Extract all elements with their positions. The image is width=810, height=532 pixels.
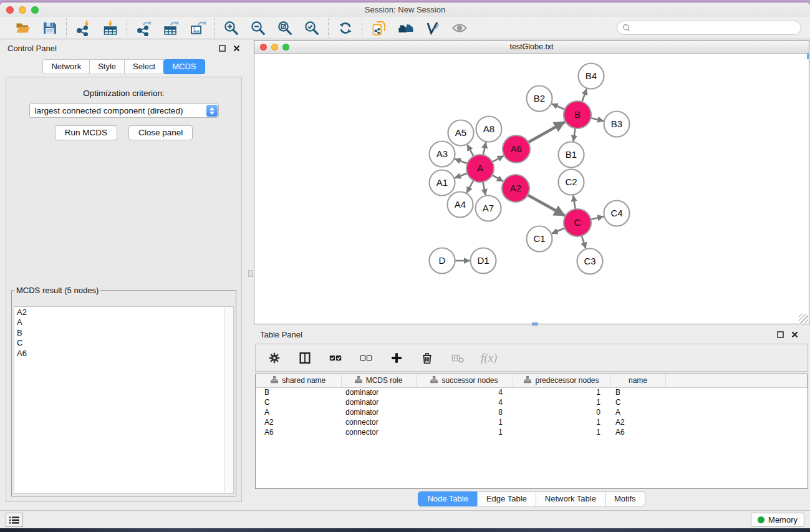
export-image-button[interactable] [189,19,206,36]
table-cell[interactable]: 1 [513,427,610,437]
memory-button[interactable]: Memory [751,513,804,527]
optimization-dropdown[interactable]: largest connected component (directed) [29,104,219,118]
table-cell[interactable]: 4 [416,397,513,407]
table-cell[interactable]: connector [341,417,416,427]
graph-node-A4[interactable]: A4 [448,192,473,218]
task-history-button[interactable] [6,513,23,527]
graph-node-B3[interactable]: B3 [604,112,630,137]
tab-network-table[interactable]: Network Table [536,491,605,506]
close-network-button[interactable] [260,44,267,51]
close-table-panel-button[interactable] [791,331,798,338]
tab-network[interactable]: Network [42,59,90,74]
tab-edge-table[interactable]: Edge Table [477,491,536,506]
table-cell[interactable]: A2 [610,417,665,427]
table-cell[interactable]: A6 [610,427,665,437]
graph-node-B4[interactable]: B4 [579,64,604,89]
table-cell[interactable]: C [610,397,665,407]
export-table-button[interactable] [162,19,179,36]
search-input[interactable] [631,24,796,32]
table-row[interactable]: A6connector11A6 [256,427,808,437]
zoom-in-button[interactable] [223,19,239,36]
frame-handle-bottom[interactable] [532,322,538,326]
close-window-button[interactable] [6,6,14,14]
zoom-window-button[interactable] [31,6,39,14]
tab-node-table[interactable]: Node Table [418,491,478,506]
table-cell[interactable]: 1 [416,427,513,437]
table-cell[interactable]: C [256,397,341,407]
graph-node-C[interactable]: C [564,209,591,236]
table-cell[interactable]: 1 [416,417,513,427]
delete-columns-button[interactable] [420,351,435,365]
graph-node-A7[interactable]: A7 [476,196,501,221]
mcds-result-item[interactable]: C [17,338,222,348]
tab-motifs[interactable]: Motifs [605,491,645,506]
table-cell[interactable]: A [610,407,665,417]
save-session-button[interactable] [41,19,58,36]
graph-node-B1[interactable]: B1 [559,142,584,168]
mcds-result-item[interactable]: A6 [17,349,222,359]
select-all-columns-button[interactable] [328,351,343,365]
mcds-result-item[interactable]: A [17,317,222,327]
graph-node-D1[interactable]: D1 [471,248,496,274]
graph-node-C1[interactable]: C1 [527,226,552,252]
create-column-button[interactable] [389,351,404,365]
network-frame-titlebar[interactable]: testGlobe.txt [254,41,809,54]
graph-node-A2[interactable]: A2 [502,175,529,202]
deselect-all-columns-button[interactable] [359,351,374,365]
graph-node-A8[interactable]: A8 [476,117,502,142]
close-panel-action-button[interactable]: Close panel [128,125,193,140]
mcds-result-item[interactable]: A2 [17,307,222,317]
show-hide-button[interactable] [451,19,468,36]
table-settings-button[interactable] [267,351,282,365]
minimize-window-button[interactable] [19,6,26,14]
import-table-button[interactable] [102,19,118,36]
graph-node-B2[interactable]: B2 [527,86,552,112]
column-header-predecessor-nodes[interactable]: predecessor nodes [513,374,610,387]
close-panel-button[interactable] [233,45,240,52]
mcds-scrollbar[interactable] [224,307,233,493]
graph-node-C3[interactable]: C3 [577,249,603,274]
zoom-selected-button[interactable] [303,19,320,36]
table-cell[interactable]: B [256,387,341,397]
table-row[interactable]: Cdominator41C [256,397,808,407]
delete-table-button[interactable] [450,351,465,365]
graph-node-A3[interactable]: A3 [430,142,455,167]
graph-node-B[interactable]: B [564,101,591,128]
table-cell[interactable]: A2 [256,417,341,427]
graph-node-A6[interactable]: A6 [503,135,530,163]
float-panel-button[interactable] [219,45,226,52]
vizmapper-button[interactable] [424,19,441,36]
table-cell[interactable]: dominator [341,407,416,417]
graph-node-C2[interactable]: C2 [559,170,584,195]
table-row[interactable]: Adominator80A [256,407,808,417]
table-cell[interactable]: A6 [256,427,341,437]
apply-layout-button[interactable] [337,19,354,36]
column-header-mcds-role[interactable]: MCDS role [341,374,416,387]
graph-node-D[interactable]: D [430,248,455,274]
open-file-button[interactable] [14,19,31,36]
graph-node-A[interactable]: A [466,155,494,182]
frame-handle-right[interactable] [807,53,809,59]
graph-node-C4[interactable]: C4 [604,201,630,226]
table-cell[interactable]: connector [341,427,416,437]
run-mcds-button[interactable]: Run MCDS [55,125,117,140]
table-cell[interactable]: 0 [513,407,610,417]
table-cell[interactable]: 8 [416,407,513,417]
table-row[interactable]: Bdominator41B [256,387,808,397]
mcds-result-item[interactable]: B [17,328,222,338]
import-network-button[interactable] [75,19,92,36]
home-pages-button[interactable] [397,19,414,36]
tab-mcds[interactable]: MCDS [163,59,205,74]
table-cell[interactable]: 1 [513,417,610,427]
table-cell[interactable]: A [256,407,341,417]
zoom-out-button[interactable] [249,19,266,36]
column-header-shared-name[interactable]: shared name [256,374,341,387]
float-table-panel-button[interactable] [777,331,784,338]
table-cell[interactable]: dominator [341,387,416,397]
function-builder-button[interactable]: f(x) [481,351,497,365]
column-header-successor-nodes[interactable]: successor nodes [416,374,513,387]
frame-resize-grip[interactable] [799,314,808,323]
network-canvas[interactable]: AA1A2A3A4A5A6A7A8BB1B2B3B4CC1C2C3C4DD1 [254,54,809,324]
zoom-fit-button[interactable] [276,19,293,36]
table-cell[interactable]: 1 [513,397,610,407]
